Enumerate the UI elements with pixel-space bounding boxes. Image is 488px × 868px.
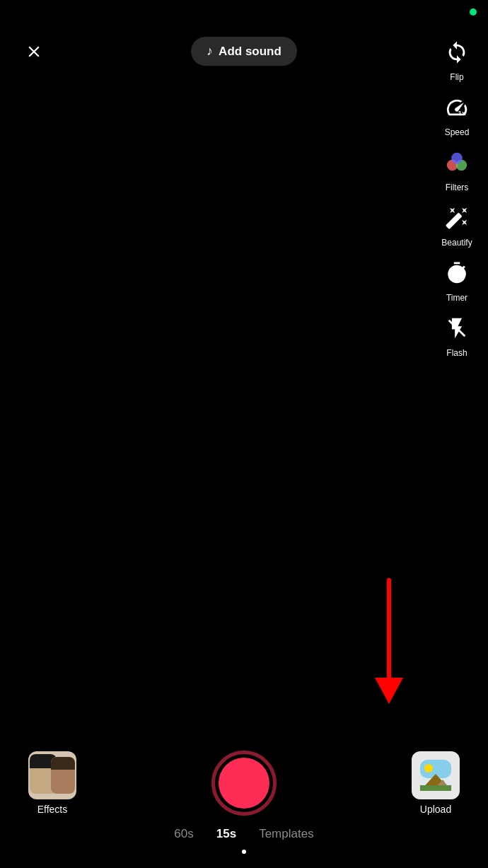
svg-text:1x: 1x [458,109,466,117]
svg-marker-7 [375,678,403,704]
effects-thumbnail [28,751,76,799]
face2 [51,757,75,794]
svg-point-3 [451,153,463,164]
timer-icon: 3 [438,255,475,291]
tab-60s[interactable]: 60s [174,827,193,841]
svg-rect-13 [420,785,451,791]
add-sound-label: Add sound [219,45,281,59]
filters-control[interactable]: Filters [438,144,475,192]
action-row: Effects [0,751,488,827]
svg-text:3: 3 [458,277,461,284]
camera-screen: ♪ Add sound Flip 1x Speed [0,0,488,868]
upload-button[interactable]: Upload [412,751,460,815]
timer-label: Timer [446,293,467,303]
flip-icon [438,34,475,71]
beautify-control[interactable]: Beautify [438,199,475,248]
filters-icon [438,144,475,181]
record-button[interactable] [211,751,277,816]
flash-icon [438,310,475,347]
flash-control[interactable]: Flash [438,310,475,358]
right-controls: Flip 1x Speed Filters [438,34,475,365]
filters-label: Filters [446,183,469,192]
record-inner [219,758,269,809]
beautify-icon [438,199,475,236]
upload-icon-box [412,751,460,799]
bottom-area: Effects [0,751,488,868]
top-bar: ♪ Add sound [0,37,488,66]
flip-label: Flip [450,72,463,82]
add-sound-button[interactable]: ♪ Add sound [191,37,297,66]
tab-15s[interactable]: 15s [216,827,236,841]
flip-control[interactable]: Flip [438,34,475,82]
effects-button[interactable]: Effects [28,751,76,815]
beautify-label: Beautify [441,238,472,248]
duration-tabs: 60s 15s Templates [0,827,488,850]
speed-control[interactable]: 1x Speed [438,89,475,137]
close-button[interactable] [20,37,48,66]
status-indicator [470,8,477,16]
tutorial-arrow [368,573,410,714]
effects-label: Effects [37,804,68,815]
close-icon [25,42,43,61]
upload-label: Upload [420,804,451,815]
speed-label: Speed [445,127,470,137]
flash-label: Flash [446,348,467,358]
tab-templates[interactable]: Templates [259,827,313,841]
tab-indicator [0,850,488,868]
tab-dot [242,850,246,854]
music-icon: ♪ [207,44,213,59]
speed-icon: 1x [438,89,475,126]
svg-point-10 [424,764,433,772]
timer-control[interactable]: 3 Timer [438,255,475,303]
